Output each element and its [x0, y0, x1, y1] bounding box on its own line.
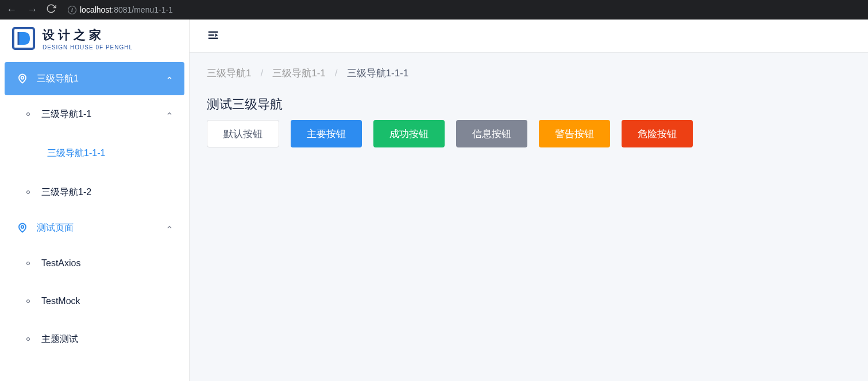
forward-arrow-icon[interactable]: → [25, 4, 39, 16]
info-button[interactable]: 信息按钮 [456, 120, 527, 147]
bullet-icon [26, 262, 30, 265]
bullet-icon [26, 337, 30, 341]
bullet-icon [26, 112, 30, 116]
refresh-icon[interactable] [46, 3, 56, 16]
content-area: 三级导航1 / 三级导航1-1 / 三级导航1-1-1 测试三级导航 默认按钮 … [190, 53, 868, 381]
breadcrumb-item[interactable]: 三级导航1 [207, 67, 251, 80]
back-arrow-icon[interactable]: ← [5, 4, 18, 16]
main-area: 三级导航1 / 三级导航1-1 / 三级导航1-1-1 测试三级导航 默认按钮 … [190, 20, 868, 381]
bullet-icon [26, 190, 30, 194]
sidebar-group-label: 测试页面 [37, 222, 74, 234]
breadcrumb: 三级导航1 / 三级导航1-1 / 三级导航1-1-1 [207, 67, 851, 80]
svg-rect-3 [209, 31, 218, 32]
sidebar-item-label: TestAxios [41, 258, 80, 269]
sidebar-item-label: 三级导航1-1-1 [47, 147, 105, 160]
chevron-up-icon [166, 75, 173, 83]
url-path: :8081/menu1-1-1 [111, 5, 173, 14]
logo-subtitle: DESIGN HOUSE 0F PENGHL [43, 44, 133, 50]
error-button[interactable]: 危险按钮 [622, 120, 693, 147]
sidebar-group-nav1[interactable]: 三级导航1 [5, 62, 184, 95]
sidebar-item-nav1-2[interactable]: 三级导航1-2 [15, 173, 184, 211]
location-pin-icon [16, 73, 29, 84]
success-button[interactable]: 成功按钮 [373, 120, 445, 147]
breadcrumb-separator: / [260, 68, 263, 79]
sidebar-group-testpage[interactable]: 测试页面 [5, 211, 184, 244]
chevron-up-icon [166, 224, 173, 232]
sidebar-item-nav1-1[interactable]: 三级导航1-1 [15, 95, 184, 133]
breadcrumb-item[interactable]: 三级导航1-1 [272, 67, 326, 80]
sidebar: 设计之家 DESIGN HOUSE 0F PENGHL 三级导航1 三级导航1-… [0, 20, 190, 381]
bullet-icon [26, 300, 30, 303]
svg-marker-6 [215, 33, 218, 37]
breadcrumb-item-current: 三级导航1-1-1 [347, 67, 409, 80]
svg-point-2 [21, 226, 24, 228]
url-bar[interactable]: i localhost:8081/menu1-1-1 [68, 5, 173, 14]
sidebar-item-label: 主题测试 [41, 333, 78, 345]
svg-point-1 [21, 76, 24, 79]
primary-button[interactable]: 主要按钮 [291, 120, 362, 147]
logo-section: 设计之家 DESIGN HOUSE 0F PENGHL [0, 20, 189, 57]
sidebar-group-label: 三级导航1 [37, 73, 79, 85]
sidebar-item-testaxios[interactable]: TestAxios [15, 244, 184, 282]
info-icon: i [68, 6, 76, 14]
default-button[interactable]: 默认按钮 [207, 120, 279, 147]
browser-toolbar: ← → i localhost:8081/menu1-1-1 [0, 0, 868, 20]
sidebar-item-nav1-1-1[interactable]: 三级导航1-1-1 [15, 133, 184, 173]
collapse-sidebar-icon[interactable] [207, 29, 219, 44]
warning-button[interactable]: 警告按钮 [539, 120, 610, 147]
chevron-up-icon [166, 110, 173, 119]
button-row: 默认按钮 主要按钮 成功按钮 信息按钮 警告按钮 危险按钮 [207, 120, 851, 147]
logo-title: 设计之家 [43, 27, 133, 43]
logo-icon [11, 26, 36, 50]
sidebar-menu: 三级导航1 三级导航1-1 三级导航1-1-1 三 [0, 57, 189, 363]
breadcrumb-separator: / [335, 68, 338, 79]
topbar [190, 20, 868, 53]
sidebar-item-testmock[interactable]: TestMock [15, 282, 184, 320]
sidebar-item-themetest[interactable]: 主题测试 [15, 320, 184, 358]
svg-rect-5 [209, 37, 218, 38]
svg-rect-4 [209, 34, 214, 36]
sidebar-item-label: 三级导航1-2 [41, 186, 91, 199]
sidebar-item-label: 三级导航1-1 [41, 108, 91, 120]
location-pin-icon [16, 223, 29, 233]
url-host: localhost [80, 5, 111, 14]
page-title: 测试三级导航 [207, 96, 851, 113]
sidebar-item-label: TestMock [41, 296, 80, 306]
